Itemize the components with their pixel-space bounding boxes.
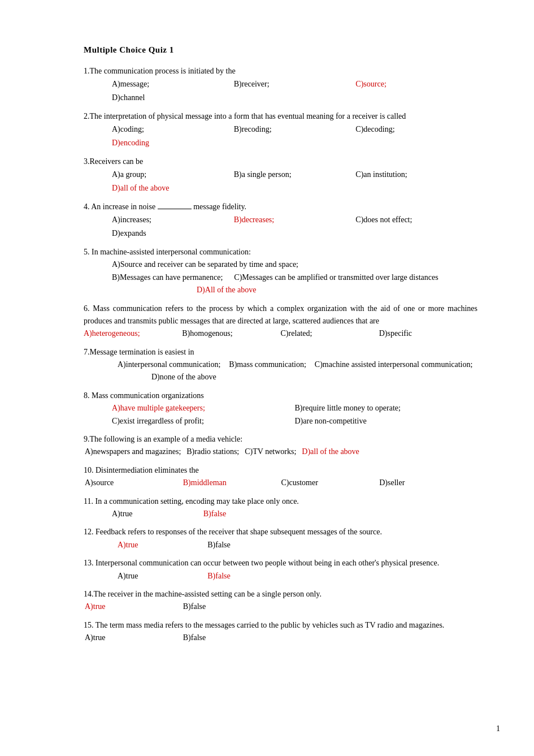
q9-optB: B)radio stations;: [186, 446, 239, 458]
q8-optA: A)have multiple gatekeepers;: [112, 402, 295, 414]
question-15: 15. The term mass media refers to the me…: [84, 619, 477, 645]
q4-text: 4. An increase in noise message fidelity…: [84, 201, 477, 213]
q8-optC: C)exist irregardless of profit;: [112, 415, 295, 427]
q9-text: 9.The following is an example of a media…: [84, 433, 477, 446]
question-2: 2.The interpretation of physical message…: [84, 110, 477, 150]
q10-options: A)source B)middleman C)customer D)seller: [85, 477, 477, 489]
q11-optB: B)false: [203, 508, 477, 520]
q9-options: A)newspapers and magazines; B)radio stat…: [85, 446, 477, 458]
q4-optB: B)decreases;: [234, 213, 356, 227]
q5-optA: A)Source and receiver can be separated b…: [112, 258, 477, 271]
question-5: 5. In machine-assisted interpersonal com…: [84, 246, 477, 297]
q10-optB: B)middleman: [183, 477, 281, 489]
q6-text: 6. Mass communication refers to the proc…: [84, 303, 477, 328]
q5-text: 5. In machine-assisted interpersonal com…: [84, 246, 477, 258]
q14-text: 14.The receiver in the machine-assisted …: [84, 588, 477, 601]
q8-row2: C)exist irregardless of profit; D)are no…: [112, 415, 477, 427]
q7-optB: B)mass communication;: [229, 358, 306, 371]
q3-optC: C)an institution;: [355, 168, 477, 182]
q3-optB: B)a single person;: [234, 168, 356, 182]
q11-text: 11. In a communication setting, encoding…: [84, 495, 477, 508]
q10-optA: A)source: [85, 477, 183, 489]
q6-optB: B)homogenous;: [182, 327, 280, 340]
q14-optB: B)false: [183, 601, 477, 613]
page-number: 1: [496, 724, 500, 733]
q12-optA: A)true: [118, 539, 207, 551]
question-11: 11. In a communication setting, encoding…: [84, 495, 477, 521]
q6-optD: D)specific: [379, 327, 477, 340]
q8-row1: A)have multiple gatekeepers; B)require l…: [112, 402, 477, 414]
q12-options: A)true B)false: [118, 539, 477, 551]
q5-optBC: B)Messages can have permanence; C)Messag…: [112, 271, 477, 284]
q11-optA: A)true: [112, 508, 203, 520]
q14-optA: A)true: [85, 601, 183, 613]
q9-optA: A)newspapers and magazines;: [85, 446, 181, 458]
question-6: 6. Mass communication refers to the proc…: [84, 303, 477, 340]
q15-optB: B)false: [183, 632, 477, 644]
q5-optB-label: B)Messages can have permanence;: [112, 271, 223, 284]
q8-text: 8. Mass communication organizations: [84, 390, 477, 402]
quiz-title: Multiple Choice Quiz 1: [84, 45, 477, 55]
q4-optA: A)increases;: [112, 213, 234, 227]
q2-optA: A)coding;: [112, 123, 234, 136]
q11-options: A)true B)false: [112, 508, 477, 520]
q13-text: 13. Interpersonal communication can occu…: [84, 557, 477, 569]
q9-optC: C)TV networks;: [245, 446, 296, 458]
q5-optD: D)All of the above: [197, 284, 477, 296]
q15-options: A)true B)false: [85, 632, 477, 644]
q3-optA: A)a group;: [112, 168, 234, 182]
q3-optD: D)all of the above: [112, 182, 477, 195]
question-1: 1.The communication process is initiated…: [84, 65, 477, 105]
q6-options: A)heterogeneous; B)homogenous; C)related…: [84, 327, 477, 340]
question-13: 13. Interpersonal communication can occu…: [84, 557, 477, 582]
q4-optD: D)expands: [112, 227, 477, 240]
q13-options: A)true B)false: [118, 570, 477, 582]
q8-optD: D)are non-competitive: [295, 415, 478, 427]
q1-optB: B)receiver;: [234, 77, 356, 91]
q2-optC: C)decoding;: [355, 123, 477, 136]
q10-optD: D)seller: [379, 477, 477, 489]
q1-optD: D)channel: [112, 91, 477, 105]
q1-options: A)message; B)receiver; C)source; D)chann…: [112, 77, 477, 105]
q2-text: 2.The interpretation of physical message…: [84, 110, 477, 123]
q14-options: A)true B)false: [85, 601, 477, 613]
q10-optC: C)customer: [281, 477, 380, 489]
q6-optC: C)related;: [281, 327, 379, 340]
q8-optB: B)require little money to operate;: [295, 402, 478, 414]
q10-text: 10. Disintermediation eliminates the: [84, 464, 477, 477]
q9-optD: D)all of the above: [302, 446, 359, 458]
question-14: 14.The receiver in the machine-assisted …: [84, 588, 477, 614]
page: Multiple Choice Quiz 1 1.The communicati…: [0, 0, 534, 756]
q6-optA: A)heterogeneous;: [84, 327, 182, 340]
q3-options: A)a group; B)a single person; C)an insti…: [112, 168, 477, 195]
q5-optC-label: C)Messages can be amplified or transmitt…: [234, 271, 438, 284]
q2-optD: D)encoding: [112, 136, 477, 150]
q3-text: 3.Receivers can be: [84, 155, 477, 168]
q15-text: 15. The term mass media refers to the me…: [84, 619, 477, 632]
q13-optB: B)false: [207, 570, 477, 582]
q1-optC: C)source;: [355, 77, 477, 91]
q7-options-row1: A)interpersonal communication; B)mass co…: [118, 358, 477, 371]
q12-optB: B)false: [207, 539, 477, 551]
q13-optA: A)true: [118, 570, 207, 582]
question-4: 4. An increase in noise message fidelity…: [84, 201, 477, 240]
q12-text: 12. Feedback refers to responses of the …: [84, 526, 477, 538]
q7-optD: D)none of the above: [151, 371, 477, 383]
q7-text: 7.Message termination is easiest in: [84, 346, 477, 358]
q1-text: 1.The communication process is initiated…: [84, 65, 477, 77]
q4-optC: C)does not effect;: [355, 213, 477, 227]
q4-options: A)increases; B)decreases; C)does not eff…: [112, 213, 477, 240]
question-3: 3.Receivers can be A)a group; B)a single…: [84, 155, 477, 195]
q1-optA: A)message;: [112, 77, 234, 91]
q2-options: A)coding; B)recoding; C)decoding; D)enco…: [112, 123, 477, 150]
question-7: 7.Message termination is easiest in A)in…: [84, 346, 477, 384]
q2-optB: B)recoding;: [234, 123, 356, 136]
question-12: 12. Feedback refers to responses of the …: [84, 526, 477, 551]
question-8: 8. Mass communication organizations A)ha…: [84, 390, 477, 427]
question-9: 9.The following is an example of a media…: [84, 433, 477, 459]
question-10: 10. Disintermediation eliminates the A)s…: [84, 464, 477, 490]
q15-optA: A)true: [85, 632, 183, 644]
q7-optC: C)machine assisted interpersonal communi…: [315, 358, 473, 371]
q7-optA: A)interpersonal communication;: [118, 358, 220, 371]
